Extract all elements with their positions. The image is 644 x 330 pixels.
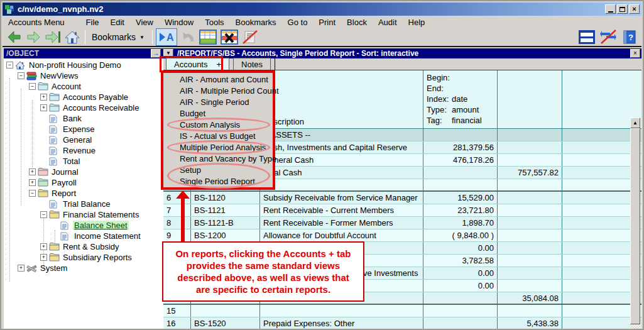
cell-account[interactable]: BS-1120 <box>191 192 260 204</box>
cell-total[interactable] <box>498 179 562 190</box>
scroll-up-button[interactable]: ▲ <box>630 118 640 128</box>
cell-amount[interactable] <box>423 129 498 141</box>
tree-item-journal[interactable]: +Journal <box>4 167 163 177</box>
tree-item-rent-subsidy[interactable]: +Rent & Subsidy <box>4 241 163 252</box>
cell-amount[interactable] <box>423 179 498 190</box>
tree-expander-icon[interactable]: − <box>40 211 47 218</box>
cell-amount[interactable]: 0.00 <box>423 242 498 254</box>
cell-amount[interactable]: 3,782.58 <box>423 255 498 267</box>
tree-expander-icon[interactable]: + <box>40 243 47 250</box>
cell-description[interactable]: Total Cash <box>260 167 423 179</box>
menu-item-audit[interactable]: Audit <box>373 16 403 28</box>
scrollbar-track[interactable] <box>630 324 640 329</box>
menu-item-accounts-menu[interactable]: Accounts Menu <box>3 16 70 28</box>
tree-item-report[interactable]: −Report <box>4 188 163 199</box>
cell-description[interactable] <box>260 305 423 317</box>
insert-row-button[interactable] <box>197 28 219 46</box>
menu-item-bookmarks[interactable]: Bookmarks <box>230 16 282 28</box>
cell-description[interactable]: Subsidy Receivable from Service Manager <box>260 192 423 204</box>
cell-description[interactable]: General Cash <box>260 154 423 166</box>
report-meta-block[interactable]: Begin:End:Index:dateType:amountTag:finan… <box>423 70 498 128</box>
cell-account[interactable]: BS-1121-B <box>191 217 260 229</box>
tree-item-general[interactable]: General <box>4 135 163 145</box>
cell-total[interactable] <box>498 129 562 141</box>
cell-row-number[interactable]: 16 <box>163 317 191 329</box>
tree-item-accounts-payable[interactable]: +Accounts Payable <box>4 92 163 102</box>
cell-row-number[interactable]: 9 <box>163 229 191 241</box>
undo-button[interactable] <box>177 28 197 46</box>
cell-amount[interactable] <box>423 292 498 304</box>
cell-amount[interactable]: 0.00 <box>423 267 498 279</box>
accounts-menu-item-single-period-report[interactable]: Single Period Report <box>163 176 273 187</box>
cell-total[interactable] <box>498 141 562 153</box>
cell-description[interactable]: Allowance for Doubtful Account <box>260 229 423 241</box>
accounts-menu-item-budget[interactable]: Budget <box>163 108 273 119</box>
cell-description[interactable]: Rent Receivable - Current Members <box>260 204 423 216</box>
cell-amount[interactable]: 0.00 <box>423 280 498 292</box>
cell-account[interactable] <box>191 305 260 317</box>
tree-item-income-statement[interactable]: Income Statement <box>4 231 163 241</box>
menu-item-edit[interactable]: Edit <box>105 16 130 28</box>
tree-expander-icon[interactable]: + <box>29 179 36 186</box>
tree-expander-icon[interactable]: + <box>40 94 47 101</box>
minimize-button[interactable] <box>605 4 616 14</box>
cell-description[interactable]: -- ASSETS -- <box>260 129 423 141</box>
cell-total[interactable]: 35,084.08 <box>498 292 562 304</box>
maximize-button[interactable] <box>617 4 628 14</box>
report-close-button[interactable]: × <box>630 49 640 58</box>
tree-item-newviews[interactable]: −NewViews <box>4 70 163 81</box>
cell-amount[interactable]: 476,178.26 <box>423 154 498 166</box>
cell-amount[interactable]: 15,529.00 <box>423 192 498 204</box>
tree-item-trial-balance[interactable]: Trial Balance <box>4 199 163 209</box>
forward-end-button[interactable] <box>43 28 63 46</box>
tree-item-revenue[interactable]: Revenue <box>4 145 163 156</box>
tree-expander-icon[interactable]: − <box>18 72 25 79</box>
cell-total[interactable] <box>498 267 562 279</box>
tree-expander-icon[interactable]: + <box>40 254 47 261</box>
cell-amount[interactable] <box>423 317 498 329</box>
cell-total[interactable] <box>498 305 562 317</box>
accounts-menu-item-is-actual-vs-budget[interactable]: IS - Actual vs Budget <box>163 131 273 142</box>
tree-item-financial-statements[interactable]: −Financial Statements <box>4 209 163 220</box>
menu-item-window[interactable]: Window <box>159 16 199 28</box>
cell-amount[interactable] <box>423 305 498 317</box>
menu-item-file[interactable]: File <box>80 16 105 28</box>
tree-expander-icon[interactable]: + <box>18 265 25 272</box>
no-edit-button[interactable] <box>240 28 260 46</box>
cell-total[interactable] <box>498 255 562 267</box>
cell-account[interactable]: BS-1200 <box>191 229 260 241</box>
tree-item-total[interactable]: Total <box>4 156 163 167</box>
forward-button[interactable] <box>24 28 43 46</box>
cell-amount[interactable]: 1,898.70 <box>423 217 498 229</box>
cell-description[interactable] <box>260 179 423 190</box>
cell-total[interactable] <box>498 242 562 254</box>
back-button[interactable] <box>5 28 24 46</box>
cell-amount[interactable] <box>423 167 498 179</box>
cell-description[interactable]: Cash, Investments and Capital Reserve <box>260 141 423 153</box>
tree-item-non-profit-housing-demo[interactable]: −Non-profit Housing Demo <box>4 60 163 70</box>
delete-row-button[interactable] <box>219 28 240 46</box>
accounts-menu-item-custom-analysis[interactable]: Custom Analysis <box>163 119 273 131</box>
cell-total[interactable] <box>498 204 562 216</box>
cell-amount[interactable]: 281,379.56 <box>423 141 498 153</box>
cell-total[interactable] <box>498 280 562 292</box>
accounts-menu-item-rent-and-vacancy-by-type[interactable]: Rent and Vacancy by Type <box>163 153 273 165</box>
cell-account[interactable]: BS-1121 <box>191 204 260 216</box>
cell-amount[interactable]: ( 9,848.00 ) <box>423 229 498 241</box>
tree-item-bank[interactable]: Bank <box>4 113 163 124</box>
tree-expander-icon[interactable]: − <box>29 83 36 90</box>
cell-description[interactable]: Prepaid Expenses: Other <box>260 317 423 329</box>
tree-item-system[interactable]: +System <box>4 263 163 273</box>
home-button[interactable] <box>63 28 82 46</box>
no-sync-button[interactable] <box>598 28 620 46</box>
cell-total[interactable]: 5,438.38 <box>498 317 562 329</box>
tree-expander-icon[interactable]: + <box>29 168 36 175</box>
tree-expander-icon[interactable]: − <box>6 62 13 69</box>
tab-notes[interactable]: Notes <box>233 58 271 70</box>
tree-item-balance-sheet[interactable]: Balance Sheet <box>4 220 163 231</box>
menu-item-block[interactable]: Block <box>341 16 373 28</box>
menu-item-go-to[interactable]: Go to <box>282 16 314 28</box>
split-window-button[interactable] <box>576 28 598 46</box>
menu-item-tools[interactable]: Tools <box>199 16 229 28</box>
cell-total[interactable] <box>498 192 562 204</box>
